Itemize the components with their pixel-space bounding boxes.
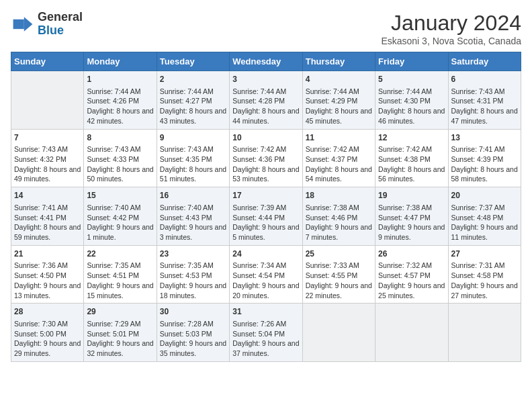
day-number: 23 [160,248,226,260]
day-info: Sunset: 5:04 PM [232,329,299,339]
day-info: Daylight: 8 hours and 46 minutes. [378,106,445,126]
day-info: Daylight: 9 hours and 29 minutes. [14,338,81,358]
day-info: Daylight: 9 hours and 27 minutes. [451,281,518,300]
day-info: Daylight: 9 hours and 18 minutes. [160,281,226,300]
day-info: Daylight: 9 hours and 15 minutes. [87,281,153,300]
calendar-cell: 11Sunrise: 7:42 AMSunset: 4:37 PMDayligh… [302,129,375,187]
day-number: 25 [306,248,372,260]
calendar-cell [375,304,448,362]
page-header: General Blue January 2024 Eskasoni 3, No… [11,11,521,46]
weekday-header-saturday: Saturday [448,52,521,71]
day-info: Sunset: 4:48 PM [451,213,518,223]
calendar-cell: 30Sunrise: 7:28 AMSunset: 5:03 PMDayligh… [157,304,229,362]
day-info: Sunset: 5:01 PM [87,329,153,339]
day-info: Sunrise: 7:38 AM [306,203,372,213]
day-number: 22 [87,248,153,260]
calendar-cell: 26Sunrise: 7:32 AMSunset: 4:57 PMDayligh… [375,245,448,304]
weekday-header-friday: Friday [375,52,448,71]
day-info: Daylight: 8 hours and 59 minutes. [14,222,81,242]
month-title: January 2024 [381,11,521,36]
day-info: Sunset: 4:42 PM [87,213,153,223]
calendar-cell: 17Sunrise: 7:39 AMSunset: 4:44 PMDayligh… [230,187,302,246]
calendar-cell: 14Sunrise: 7:41 AMSunset: 4:41 PMDayligh… [11,187,84,246]
day-info: Sunrise: 7:26 AM [232,319,299,329]
day-number: 29 [87,306,153,318]
day-info: Sunset: 4:32 PM [14,154,81,165]
title-block: January 2024 Eskasoni 3, Nova Scotia, Ca… [381,11,521,46]
day-info: Sunset: 4:37 PM [306,154,372,165]
day-number: 10 [232,132,299,144]
day-number: 26 [378,248,445,260]
day-info: Daylight: 9 hours and 35 minutes. [160,338,226,358]
day-info: Sunrise: 7:40 AM [87,203,153,213]
logo: General Blue [11,11,83,38]
day-info: Sunrise: 7:35 AM [160,261,226,271]
day-info: Sunrise: 7:38 AM [378,203,445,213]
calendar-cell: 31Sunrise: 7:26 AMSunset: 5:04 PMDayligh… [230,304,302,362]
day-info: Daylight: 8 hours and 53 minutes. [232,165,299,184]
day-number: 21 [14,248,81,260]
day-number: 14 [14,190,81,201]
day-info: Sunrise: 7:44 AM [87,87,153,97]
day-info: Sunset: 5:03 PM [160,329,226,339]
day-info: Daylight: 9 hours and 32 minutes. [87,338,153,358]
day-info: Sunrise: 7:42 AM [232,144,299,154]
day-info: Sunset: 4:36 PM [232,154,299,165]
day-info: Sunset: 4:33 PM [87,154,153,165]
day-info: Daylight: 9 hours and 25 minutes. [378,281,445,300]
day-number: 8 [87,132,153,144]
day-number: 1 [87,74,153,85]
day-info: Sunset: 4:58 PM [451,271,518,281]
calendar-cell: 9Sunrise: 7:43 AMSunset: 4:35 PMDaylight… [157,129,229,187]
day-info: Sunrise: 7:31 AM [451,261,518,271]
day-number: 7 [14,132,81,144]
day-info: Daylight: 9 hours and 7 minutes. [306,222,372,242]
day-info: Sunrise: 7:43 AM [451,87,518,97]
calendar-cell: 13Sunrise: 7:41 AMSunset: 4:39 PMDayligh… [448,129,521,187]
day-info: Sunset: 4:31 PM [451,96,518,106]
day-info: Daylight: 8 hours and 51 minutes. [160,165,226,184]
day-info: Daylight: 9 hours and 11 minutes. [451,222,518,242]
week-row-2: 7Sunrise: 7:43 AMSunset: 4:32 PMDaylight… [11,129,521,187]
day-info: Sunset: 4:54 PM [232,271,299,281]
day-info: Sunset: 4:38 PM [378,154,445,165]
day-info: Sunset: 4:50 PM [14,271,81,281]
day-info: Daylight: 9 hours and 22 minutes. [306,281,372,300]
day-info: Sunrise: 7:32 AM [378,261,445,271]
location-subtitle: Eskasoni 3, Nova Scotia, Canada [381,36,521,46]
weekday-header-thursday: Thursday [302,52,375,71]
day-info: Sunrise: 7:44 AM [306,87,372,97]
week-row-4: 21Sunrise: 7:36 AMSunset: 4:50 PMDayligh… [11,245,521,304]
day-info: Daylight: 9 hours and 3 minutes. [160,222,226,242]
calendar-cell [448,304,521,362]
calendar-cell: 15Sunrise: 7:40 AMSunset: 4:42 PMDayligh… [84,187,157,246]
day-info: Sunrise: 7:44 AM [232,87,299,97]
day-info: Daylight: 9 hours and 5 minutes. [232,222,299,242]
day-info: Daylight: 9 hours and 1 minute. [87,222,153,242]
day-info: Sunset: 4:28 PM [232,96,299,106]
day-number: 31 [232,306,299,318]
svg-rect-2 [13,19,24,29]
weekday-header-wednesday: Wednesday [230,52,302,71]
calendar-cell: 25Sunrise: 7:33 AMSunset: 4:55 PMDayligh… [302,245,375,304]
day-number: 2 [160,74,226,85]
day-info: Daylight: 8 hours and 42 minutes. [87,106,153,126]
day-info: Sunset: 4:57 PM [378,271,445,281]
calendar-cell: 12Sunrise: 7:42 AMSunset: 4:38 PMDayligh… [375,129,448,187]
day-info: Daylight: 9 hours and 37 minutes. [232,338,299,358]
calendar-cell: 20Sunrise: 7:37 AMSunset: 4:48 PMDayligh… [448,187,521,246]
week-row-3: 14Sunrise: 7:41 AMSunset: 4:41 PMDayligh… [11,187,521,246]
day-info: Sunrise: 7:36 AM [14,261,81,271]
calendar-cell: 2Sunrise: 7:44 AMSunset: 4:27 PMDaylight… [157,71,229,130]
day-info: Sunrise: 7:29 AM [87,319,153,329]
day-info: Daylight: 8 hours and 44 minutes. [232,106,299,126]
day-info: Daylight: 8 hours and 54 minutes. [306,165,372,184]
week-row-1: 1Sunrise: 7:44 AMSunset: 4:26 PMDaylight… [11,71,521,130]
day-info: Daylight: 8 hours and 49 minutes. [14,165,81,184]
day-info: Sunset: 4:55 PM [306,271,372,281]
calendar-cell: 28Sunrise: 7:30 AMSunset: 5:00 PMDayligh… [11,304,84,362]
calendar-cell: 10Sunrise: 7:42 AMSunset: 4:36 PMDayligh… [230,129,302,187]
day-info: Sunrise: 7:28 AM [160,319,226,329]
day-info: Sunset: 4:30 PM [378,96,445,106]
calendar-cell: 3Sunrise: 7:44 AMSunset: 4:28 PMDaylight… [230,71,302,130]
